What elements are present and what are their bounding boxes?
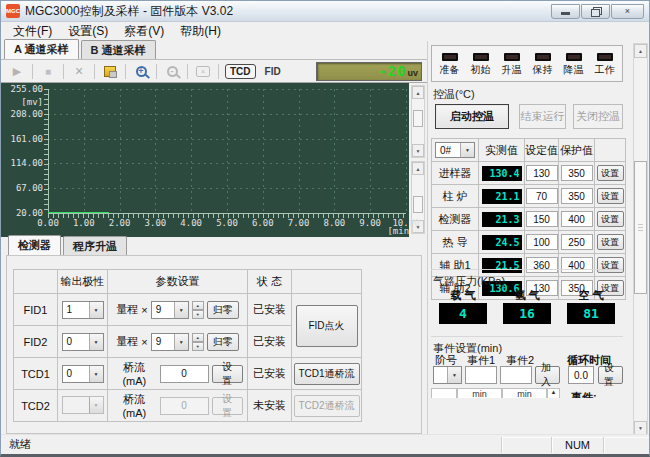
aux1-setpoint-input[interactable]: 360	[526, 257, 558, 273]
chevron-down-icon[interactable]: ▼	[447, 367, 461, 383]
toolbar-separator	[218, 64, 219, 79]
tab-channel-a[interactable]: A 通道采样	[4, 39, 79, 59]
tab-detector[interactable]: 检测器	[8, 235, 61, 255]
tcd2-set-button[interactable]: 设置	[212, 397, 244, 415]
event2-input[interactable]	[500, 366, 532, 384]
minimize-button[interactable]	[551, 4, 580, 19]
cycle-time-set-button[interactable]: 设置	[598, 366, 623, 384]
detector-setpoint-input[interactable]: 150	[526, 211, 558, 227]
spinner-up-icon[interactable]: ▲	[192, 333, 204, 342]
tool-button[interactable]	[99, 61, 121, 81]
fid1-range-select[interactable]: 9▼	[151, 301, 189, 319]
indicator-heating: 升温	[502, 53, 522, 77]
column-oven-set-button[interactable]: 设置	[597, 188, 624, 204]
led-icon	[597, 53, 613, 61]
hydrogen-label: 氢 气	[495, 288, 559, 303]
section-divider	[431, 269, 623, 270]
detector-header-row: 输出极性 参数设置 状 态	[14, 270, 362, 294]
scroll-up-icon[interactable]: ▲	[412, 86, 424, 99]
fid2-range-stepper[interactable]: ▲▼	[192, 333, 204, 351]
detector-set-button[interactable]: 设置	[597, 211, 624, 227]
menu-help[interactable]: 帮助(H)	[172, 21, 229, 42]
tcd1-set-button[interactable]: 设置	[212, 365, 244, 383]
add-event-button[interactable]: 加入	[535, 366, 560, 384]
fid-toggle-button[interactable]: FID	[258, 66, 288, 77]
scrollbar-thumb[interactable]	[634, 161, 647, 294]
column-oven-protect-input[interactable]: 350	[561, 188, 593, 204]
y-axis-label: 161.00	[1, 134, 43, 144]
scrollbar-track[interactable]	[634, 58, 647, 421]
ink-tool-icon	[104, 66, 116, 77]
tcd2-polarity-select[interactable]: ▼	[62, 396, 104, 414]
fid1-range-stepper[interactable]: ▲▼	[192, 301, 204, 319]
chevron-down-icon[interactable]: ▼	[89, 302, 103, 318]
bridge-label: 桥流(mA)	[112, 360, 157, 387]
chevron-down-icon[interactable]: ▼	[89, 366, 103, 382]
spinner-down-icon[interactable]: ▼	[192, 310, 204, 319]
chevron-down-icon[interactable]: ▼	[460, 143, 474, 157]
fid2-polarity-select[interactable]: 0▼	[62, 333, 104, 351]
indicator-label: 初始	[471, 63, 491, 77]
tcd1-bridge-input[interactable]: 0	[160, 365, 209, 383]
chevron-down-icon[interactable]: ▼	[174, 334, 188, 350]
stop-acquisition-button[interactable]: ■	[37, 61, 59, 81]
zoom-in-button[interactable]: +	[130, 61, 152, 81]
zoom-out-button[interactable]: -	[161, 61, 183, 81]
aux1-protect-input[interactable]: 400	[561, 257, 593, 273]
scroll-up-icon[interactable]: ▲	[412, 162, 424, 175]
start-acquisition-button[interactable]: ▶	[6, 61, 28, 81]
fit-view-button[interactable]: ×	[192, 61, 214, 81]
statusbar: 就绪 NUM	[1, 434, 649, 454]
close-button[interactable]: ×	[611, 4, 644, 19]
scrollbar-thumb[interactable]	[413, 196, 423, 213]
right-scrollbar[interactable]: ▲ ▼	[633, 43, 648, 436]
aux1-set-button[interactable]: 设置	[597, 257, 624, 273]
table-row-injector: 进样器 130.4 130 350 设置	[432, 162, 626, 185]
menu-view[interactable]: 察看(V)	[116, 21, 172, 42]
scroll-down-icon[interactable]: ▼	[634, 421, 647, 435]
fid1-polarity-select[interactable]: 1▼	[62, 301, 104, 319]
end-run-button[interactable]: 结束运行	[519, 104, 566, 129]
led-icon	[442, 53, 458, 61]
tcd2-bridge-input[interactable]: 0	[160, 397, 209, 415]
close-temp-control-button[interactable]: 关闭控温	[573, 104, 623, 129]
chevron-down-icon[interactable]: ▼	[174, 302, 188, 318]
stage-select[interactable]: ▼	[433, 366, 462, 384]
scrollbar-thumb[interactable]	[413, 110, 423, 127]
tcd2-polarity-value	[63, 397, 89, 413]
fid2-range-select[interactable]: 9▼	[151, 333, 189, 351]
event1-input[interactable]	[465, 366, 497, 384]
fid2-zero-button[interactable]: 归零	[207, 333, 239, 351]
delete-button[interactable]: ×	[68, 61, 90, 81]
chart-scrollbar-top[interactable]: ▲ ▼	[411, 85, 425, 158]
tcd-setpoint-input[interactable]: 100	[526, 234, 558, 250]
tab-channel-b[interactable]: B 通道采样	[81, 40, 156, 59]
injector-protect-input[interactable]: 350	[561, 165, 593, 181]
tcd-set-button[interactable]: 设置	[597, 234, 624, 250]
oven-selector[interactable]: 0#▼	[435, 142, 475, 158]
fid-ignite-button[interactable]: FID点火	[296, 305, 358, 347]
carrier-gas-lcd: 4	[439, 303, 487, 324]
spinner-down-icon[interactable]: ▼	[192, 342, 204, 351]
tcd1-bridge-on-button[interactable]: TCD1通桥流	[294, 363, 360, 385]
minimize-icon	[561, 12, 570, 15]
restore-button[interactable]	[581, 4, 610, 19]
chevron-down-icon[interactable]: ▼	[89, 334, 103, 350]
spinner-up-icon[interactable]: ▲	[192, 301, 204, 310]
tcd-toggle-button[interactable]: TCD	[225, 64, 256, 79]
detector-protect-input[interactable]: 400	[561, 211, 593, 227]
scroll-down-icon[interactable]: ▼	[412, 144, 424, 157]
window-title: MGC3000控制及采样 - 固件版本 V3.02	[25, 3, 233, 20]
tcd1-polarity-select[interactable]: 0▼	[62, 365, 104, 383]
injector-setpoint-input[interactable]: 130	[526, 165, 558, 181]
cycle-time-input[interactable]: 0.0	[568, 366, 594, 384]
tcd2-bridge-on-button[interactable]: TCD2通桥流	[294, 395, 360, 417]
scroll-up-icon[interactable]: ▲	[547, 388, 560, 398]
column-oven-setpoint-input[interactable]: 70	[526, 188, 558, 204]
tab-temp-program[interactable]: 程序升温	[63, 236, 127, 255]
start-temp-control-button[interactable]: 启动控温	[435, 104, 509, 129]
scroll-up-icon[interactable]: ▲	[634, 44, 647, 58]
tcd-protect-input[interactable]: 250	[561, 234, 593, 250]
fid1-zero-button[interactable]: 归零	[207, 301, 239, 319]
injector-set-button[interactable]: 设置	[597, 165, 624, 181]
